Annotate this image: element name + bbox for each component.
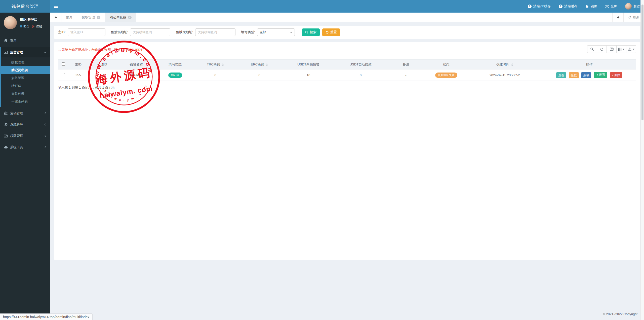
chevron-left-icon [44,123,47,126]
online-status-icon [20,25,22,27]
eth-address-input[interactable] [195,28,235,36]
toolbar-columns-button[interactable] [617,45,626,53]
toolbar-detail-view-button[interactable] [607,45,617,53]
gear-icon [4,123,8,127]
logout-link[interactable]: 注销 [32,24,42,28]
copyright-text: © 2021~2022 Copyright [603,312,637,316]
dropdown-caret-icon [633,49,634,50]
scrollbar[interactable] [640,0,644,320]
sidebar-item-withdraw-list[interactable]: 提款列表 [1,90,50,97]
table-panel: 1. 系统自动匹配地址，自动查询余额，默认都只查询USDT [54,42,640,260]
tabs-scroll-right-button[interactable] [612,13,623,22]
select-all-checkbox[interactable] [62,62,65,66]
clear-cache-button[interactable]: ? 清除缓存 [555,0,581,13]
search-button[interactable]: 搜索 [302,28,320,36]
toolbar-refresh-button[interactable] [597,45,607,53]
tron-address-label: 鱼波场地址: [111,30,128,34]
view-button[interactable]: 查看 [556,72,566,78]
chevron-left-icon [44,134,47,137]
col-created[interactable]: 创建时间 [467,60,542,69]
tabbar: 首页 授权管理 × 助记词私钥 × 刷新 [50,13,644,22]
lock-screen-button[interactable]: 锁屏 [581,0,601,13]
sidebar-item-fish-management[interactable]: 鱼苗管理 [1,47,50,57]
search-icon [590,47,594,51]
grid-columns-icon [618,47,622,51]
col-actions: 操作 [542,60,636,69]
sign-out-icon [32,25,35,28]
content-area: 主ID: 鱼波场地址: 鱼以太地址: 填写类型: 全部 [50,22,644,320]
tron-address-input[interactable] [130,28,170,36]
sidebar-menu: 首页 鱼苗管理 授权管理 助记词私钥 多签管理 转 [0,35,50,153]
close-icon[interactable]: × [97,16,100,19]
fullscreen-button[interactable]: 全屏 [601,0,621,13]
lock-icon [585,5,589,8]
edit-square-icon [596,74,598,76]
username: 超管 [633,4,640,9]
sidebar: 组织:管理层 ID:1 注销 [0,13,50,320]
col-usdt-auto: USDT自动提款 [335,60,386,69]
config-button[interactable]: 配置 [594,72,607,78]
top-navbar: ? 清除job缓存 ? 清除缓存 锁屏 [50,0,644,13]
tab-auth-management[interactable]: 授权管理 × [77,13,105,22]
cloud-icon [4,145,8,149]
sidebar-user-panel: 组织:管理层 ID:1 注销 [0,13,50,32]
scrollbar-thumb[interactable] [641,5,643,120]
table-row: 355 57 Wallets 助记词 0 0 10 0 - 更新地址失败 202… [58,69,636,81]
toolbar-export-button[interactable] [626,45,636,53]
main-id-input[interactable] [68,28,105,36]
col-erc-balance[interactable]: ERC余额 [237,60,282,69]
list-alt-icon [610,47,614,51]
sort-icon [511,63,513,66]
sort-icon [266,63,268,66]
col-wallet-name: 钱包名称 [116,60,156,69]
question-circle-icon: ? [559,5,562,8]
cell-agent-id: 57 [88,69,116,81]
cell-trc-balance: 0 [194,69,237,81]
select-caret-icon [290,32,292,33]
app-logo[interactable]: 钱包后台管理 [0,0,50,13]
sidebar-item-permission[interactable]: 权限管理 [0,130,50,141]
close-icon[interactable]: × [128,16,132,19]
refresh-icon [600,47,604,51]
col-fill-type: 填写类型 [156,60,194,69]
sidebar-item-system[interactable]: 系统管理 [0,119,50,130]
tab-mnemonic-keys[interactable]: 助记词私钥 × [105,13,136,22]
home-icon [4,38,8,42]
sidebar-item-home[interactable]: 首页 [0,35,50,45]
chevron-left-icon [44,112,47,115]
sidebar-item-marketing[interactable]: 营销管理 [0,108,50,119]
tab-home[interactable]: 首页 [61,13,77,22]
tabs-scroll-left-button[interactable] [50,13,61,22]
sidebar-item-onewave-list[interactable]: 一波杀列表 [1,97,50,105]
fill-type-select[interactable]: 全部 [257,28,295,36]
cell-usdt-auto: 0 [335,69,386,81]
question-circle-icon: ? [528,5,532,8]
sidebar-item-transfer-trx[interactable]: 转TRX [1,82,50,90]
sidebar-toggle-icon[interactable] [50,0,62,13]
download-icon [628,47,632,51]
reset-button[interactable]: 重置 [322,28,340,36]
sidebar-item-multisig[interactable]: 多签管理 [1,74,50,82]
withdraw-button[interactable]: 提款 [569,72,579,78]
cell-main-id: 355 [68,69,88,81]
sidebar-section-fish: 鱼苗管理 授权管理 助记词私钥 多签管理 转TRX 提款列表 一波杀列表 [0,47,50,107]
status-bar-url: https://441admin.haiwaiym14.top/admin/fi… [0,313,93,320]
sidebar-item-tools[interactable]: 系统工具 [0,141,50,153]
balance-button[interactable]: 余额 [581,72,591,78]
sidebar-item-mnemonic-keys[interactable]: 助记词私钥 [0,66,50,74]
user-avatar [625,3,632,10]
delete-button[interactable]: × 删除 [610,72,622,78]
cell-erc-balance: 0 [237,69,282,81]
toolbar-search-button[interactable] [587,45,597,53]
fish-submenu: 授权管理 助记词私钥 多签管理 转TRX 提款列表 一波杀列表 [1,57,50,107]
refresh-icon [326,31,329,34]
cell-created: 2024-02-15 23:27:52 [467,69,542,81]
sidebar-item-auth-management[interactable]: 授权管理 [1,58,50,66]
cell-usdt-warn: 10 [282,69,335,81]
wallets-table: 主ID 代理ID 钱包名称 填写类型 TRC余额 ERC余额 USDT余额预警 … [58,59,636,81]
col-trc-balance[interactable]: TRC余额 [194,60,237,69]
chevron-left-icon [44,146,47,149]
clear-job-cache-button[interactable]: ? 清除job缓存 [524,0,555,13]
row-checkbox[interactable] [62,73,65,76]
col-status: 状态 [425,60,467,69]
